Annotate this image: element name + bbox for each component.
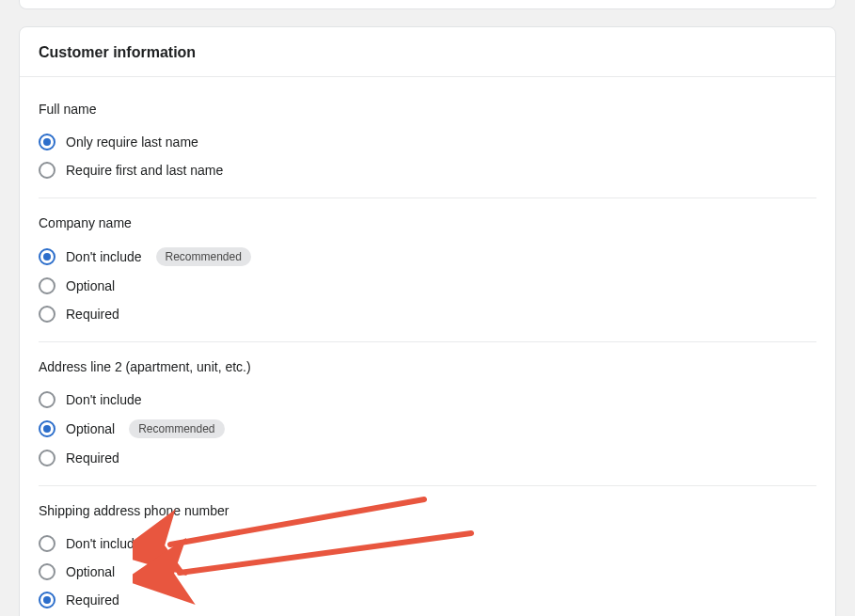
option-label: Only require last name (66, 134, 198, 150)
option-label: Optional (66, 421, 115, 436)
card-title: Customer information (39, 44, 816, 61)
radio-icon (39, 563, 55, 580)
radio-address2-optional[interactable]: Optional Recommended (39, 414, 816, 444)
option-label: Required (66, 592, 119, 608)
radio-company-required[interactable]: Required (39, 300, 816, 328)
card-body: Full name Only require last name Require… (20, 77, 835, 616)
radio-require-first-and-last-name[interactable]: Require first and last name (39, 156, 816, 184)
section-full-name: Full name Only require last name Require… (39, 85, 816, 197)
radio-icon (39, 420, 55, 437)
radio-phone-required[interactable]: Required (39, 586, 816, 614)
option-label: Optional (66, 278, 115, 293)
radio-icon (39, 277, 55, 294)
option-label: Don't include (66, 249, 142, 264)
radio-address2-dont-include[interactable]: Don't include (39, 386, 816, 414)
radio-icon (39, 306, 55, 323)
radio-icon (39, 134, 55, 150)
previous-card-stub (19, 0, 836, 9)
radio-only-require-last-name[interactable]: Only require last name (39, 128, 816, 156)
radio-icon (39, 162, 55, 179)
section-label: Full name (39, 102, 816, 117)
option-label: Don't include (66, 392, 142, 407)
customer-information-card: Customer information Full name Only requ… (19, 26, 836, 616)
option-label: Required (66, 307, 119, 322)
recommended-badge: Recommended (156, 247, 251, 266)
radio-company-optional[interactable]: Optional (39, 272, 816, 300)
card-header: Customer information (20, 27, 835, 77)
section-shipping-phone: Shipping address phone number Don't incl… (39, 485, 816, 616)
section-address-line-2: Address line 2 (apartment, unit, etc.) D… (39, 341, 816, 485)
section-company-name: Company name Don't include Recommended O… (39, 197, 816, 341)
option-label: Required (66, 450, 119, 466)
radio-icon (39, 535, 55, 552)
section-label: Address line 2 (apartment, unit, etc.) (39, 359, 816, 374)
section-label: Shipping address phone number (39, 503, 816, 518)
radio-phone-dont-include[interactable]: Don't include (39, 529, 816, 558)
section-label: Company name (39, 215, 816, 230)
radio-company-dont-include[interactable]: Don't include Recommended (39, 242, 816, 272)
radio-icon (39, 592, 55, 608)
radio-address2-required[interactable]: Required (39, 444, 816, 472)
option-label: Optional (66, 564, 115, 579)
option-label: Don't include (66, 536, 142, 551)
radio-icon (39, 450, 55, 466)
radio-icon (39, 391, 55, 408)
radio-phone-optional[interactable]: Optional (39, 558, 816, 586)
radio-icon (39, 248, 55, 265)
recommended-badge: Recommended (129, 419, 224, 438)
option-label: Require first and last name (66, 163, 223, 178)
